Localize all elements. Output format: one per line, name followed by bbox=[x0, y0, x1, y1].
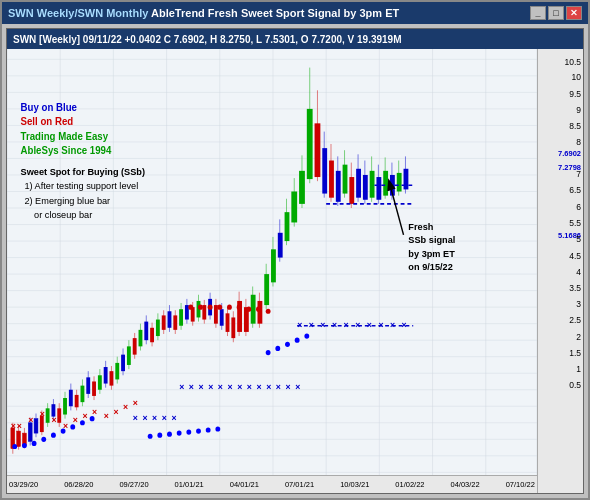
price-5: 5 bbox=[576, 234, 581, 244]
minimize-button[interactable]: _ bbox=[530, 6, 546, 20]
svg-text:×: × bbox=[152, 412, 157, 422]
svg-text:×: × bbox=[344, 320, 349, 330]
svg-point-214 bbox=[80, 420, 85, 425]
svg-text:×: × bbox=[218, 381, 223, 391]
svg-rect-150 bbox=[356, 169, 361, 198]
svg-rect-164 bbox=[404, 169, 409, 190]
svg-point-224 bbox=[266, 350, 271, 355]
svg-text:×: × bbox=[390, 320, 395, 330]
title-bar: SWN Weekly/SWN Monthly AbleTrend Fresh S… bbox=[2, 2, 588, 24]
svg-point-235 bbox=[246, 307, 251, 312]
svg-text:×: × bbox=[402, 320, 407, 330]
svg-text:Buy on Blue: Buy on Blue bbox=[21, 102, 78, 113]
svg-point-232 bbox=[217, 305, 222, 310]
chart-container: SWN [Weekly] 09/11/22 +0.0402 C 7.6902, … bbox=[6, 28, 584, 494]
svg-rect-124 bbox=[264, 274, 269, 305]
svg-rect-130 bbox=[285, 212, 290, 241]
x-label-4: 04/01/21 bbox=[230, 480, 259, 489]
price-1.5: 1.5 bbox=[569, 348, 581, 358]
price-7: 7 bbox=[576, 169, 581, 179]
svg-text:×: × bbox=[162, 412, 167, 422]
x-label-9: 07/10/22 bbox=[506, 480, 535, 489]
price-3.5: 3.5 bbox=[569, 283, 581, 293]
svg-text:×: × bbox=[355, 320, 360, 330]
svg-text:×: × bbox=[40, 408, 45, 418]
svg-point-222 bbox=[206, 427, 211, 432]
svg-text:×: × bbox=[208, 381, 213, 391]
svg-point-216 bbox=[148, 434, 153, 439]
svg-text:by 3pm ET: by 3pm ET bbox=[408, 247, 455, 258]
svg-text:SSb signal: SSb signal bbox=[408, 234, 455, 245]
svg-text:×: × bbox=[198, 381, 203, 391]
window-controls: _ □ ✕ bbox=[530, 6, 582, 20]
title-prefix: SWN Weekly/SWN Monthly bbox=[8, 7, 148, 19]
x-label-7: 01/02/22 bbox=[395, 480, 424, 489]
svg-rect-128 bbox=[278, 233, 283, 258]
price-9: 9 bbox=[576, 105, 581, 115]
svg-point-236 bbox=[256, 307, 261, 312]
svg-text:×: × bbox=[266, 381, 271, 391]
price-8.5: 8.5 bbox=[569, 121, 581, 131]
svg-rect-120 bbox=[251, 295, 256, 324]
svg-point-215 bbox=[90, 416, 95, 421]
svg-text:×: × bbox=[297, 320, 302, 330]
main-window: SWN Weekly/SWN Monthly AbleTrend Fresh S… bbox=[0, 0, 590, 500]
svg-text:×: × bbox=[189, 381, 194, 391]
price-0.5: 0.5 bbox=[569, 380, 581, 390]
close-button[interactable]: ✕ bbox=[566, 6, 582, 20]
price-10: 10 bbox=[572, 72, 581, 82]
chart-main[interactable]: × × × × × × × × × × × × × bbox=[7, 49, 537, 493]
svg-text:×: × bbox=[320, 320, 325, 330]
svg-text:×: × bbox=[228, 381, 233, 391]
price-6: 6 bbox=[576, 202, 581, 212]
chart-info: SWN [Weekly] 09/11/22 +0.0402 C 7.6902, … bbox=[13, 34, 402, 45]
price-2: 2 bbox=[576, 332, 581, 342]
svg-point-228 bbox=[304, 333, 309, 338]
svg-point-221 bbox=[196, 428, 201, 433]
y-axis: 10.5 10 9.5 9 8.5 8 7.6902 7.2798 7 6.5 … bbox=[537, 49, 583, 493]
svg-text:on 9/15/22: on 9/15/22 bbox=[408, 261, 452, 272]
svg-point-217 bbox=[157, 433, 162, 438]
price-10.5: 10.5 bbox=[564, 57, 581, 67]
svg-point-237 bbox=[266, 309, 271, 314]
svg-text:Sweet Spot for Buying (SSb): Sweet Spot for Buying (SSb) bbox=[21, 166, 146, 177]
svg-text:or closeup bar: or closeup bar bbox=[34, 209, 92, 220]
price-5.5: 5.5 bbox=[569, 218, 581, 228]
price-8: 8 bbox=[576, 137, 581, 147]
svg-text:2) Emerging blue bar: 2) Emerging blue bar bbox=[24, 195, 110, 206]
svg-text:×: × bbox=[367, 320, 372, 330]
svg-text:×: × bbox=[378, 320, 383, 330]
price-7.6902: 7.6902 bbox=[558, 149, 581, 158]
price-1: 1 bbox=[576, 364, 581, 374]
x-label-1: 06/28/20 bbox=[64, 480, 93, 489]
svg-rect-148 bbox=[349, 177, 354, 204]
price-4.5: 4.5 bbox=[569, 251, 581, 261]
maximize-button[interactable]: □ bbox=[548, 6, 564, 20]
x-label-5: 07/01/21 bbox=[285, 480, 314, 489]
svg-point-227 bbox=[295, 338, 300, 343]
svg-text:×: × bbox=[295, 381, 300, 391]
title-main: AbleTrend Fresh Sweet Sport Signal by 3p… bbox=[151, 7, 399, 19]
x-label-6: 10/03/21 bbox=[340, 480, 369, 489]
svg-text:×: × bbox=[73, 415, 78, 425]
svg-text:×: × bbox=[28, 415, 33, 425]
svg-rect-158 bbox=[383, 171, 388, 196]
x-label-2: 09/27/20 bbox=[119, 480, 148, 489]
svg-text:Trading Made Easy: Trading Made Easy bbox=[21, 131, 109, 142]
svg-rect-152 bbox=[363, 175, 368, 200]
svg-text:1) After testing support level: 1) After testing support level bbox=[24, 180, 138, 191]
svg-point-212 bbox=[61, 428, 66, 433]
svg-text:Sell on Red: Sell on Red bbox=[21, 116, 74, 127]
chart-svg: × × × × × × × × × × × × × bbox=[7, 49, 537, 493]
svg-point-218 bbox=[167, 432, 172, 437]
x-axis: 03/29/20 06/28/20 09/27/20 01/01/21 04/0… bbox=[7, 475, 537, 493]
svg-point-213 bbox=[70, 424, 75, 429]
svg-point-231 bbox=[208, 305, 213, 310]
svg-point-220 bbox=[186, 429, 191, 434]
svg-rect-126 bbox=[271, 249, 276, 282]
svg-point-219 bbox=[177, 431, 182, 436]
svg-text:×: × bbox=[171, 412, 176, 422]
svg-text:×: × bbox=[104, 410, 109, 420]
svg-point-234 bbox=[237, 305, 242, 310]
svg-point-207 bbox=[12, 444, 17, 449]
